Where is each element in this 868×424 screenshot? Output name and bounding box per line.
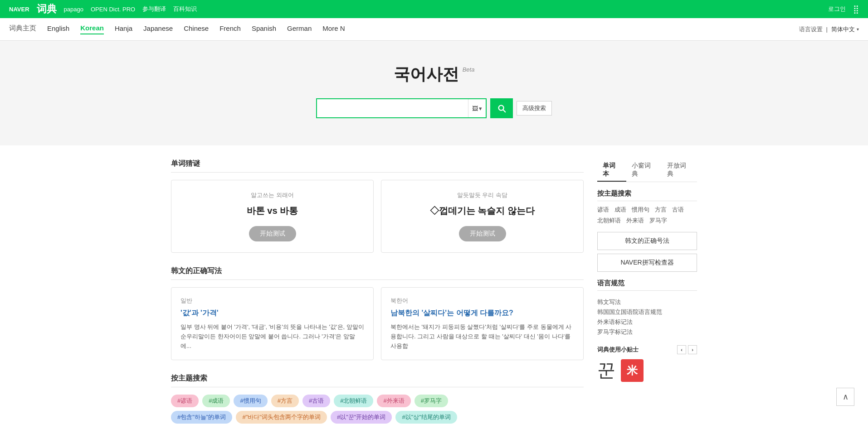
tag-sea[interactable]: #"바다"词头包含两个字的单词: [236, 411, 327, 424]
back-to-top-button[interactable]: ∧: [836, 388, 854, 406]
sidebar-nk[interactable]: 北朝鲜语: [597, 217, 621, 225]
tag-loanword[interactable]: #外来语: [377, 395, 410, 407]
naver-logo: NAVER: [9, 6, 29, 13]
tag-idiom[interactable]: #成语: [202, 395, 230, 407]
puzzle-card-1-btn[interactable]: 开始测试: [249, 226, 296, 241]
spelling-card-2-tag: 북한어: [390, 297, 574, 305]
search-row: 🖼 ▾ 高级搜索: [316, 98, 552, 118]
main-content: 单词猜谜 알고쓰는 외래어 바톤 vs 바통 开始测试 알듯말듯 우리 속담 ◇…: [162, 145, 706, 424]
sidebar-proverb[interactable]: 谚语: [597, 206, 609, 214]
sidebar-rule-4[interactable]: 罗马字标记法: [597, 328, 697, 336]
sidebar-loanword[interactable]: 外来语: [626, 217, 644, 225]
advanced-search-button[interactable]: 高级搜索: [517, 101, 552, 116]
site-title: 词典: [37, 2, 57, 16]
puzzle-card-2-btn[interactable]: 开始测试: [459, 226, 506, 241]
nav-spanish[interactable]: Spanish: [252, 24, 276, 34]
tags-row-1: #谚语 #成语 #惯用句 #方言 #古语 #北朝鲜语 #外来语 #罗马字: [171, 395, 584, 407]
sidebar-tabs: 单词本 小窗词典 开放词典: [597, 159, 697, 182]
tag-ancient[interactable]: #古语: [302, 395, 330, 407]
spelling-cards: 일반 '값'과 '가격' 일부 명사 뒤에 붙어 '가격', '대금', '비용…: [171, 287, 584, 360]
puzzle-card-2-title: ◇껍데기는 녹슬지 않는다: [430, 205, 535, 217]
lang-dropdown-arrow[interactable]: ▾: [857, 27, 859, 32]
login-button[interactable]: 로그인: [828, 5, 846, 13]
sidebar-lang-links: 韩文写法 韩国国立国语院语言规范 外来语标记法 罗马字标记法: [597, 298, 697, 336]
grid-icon[interactable]: ⣿: [853, 4, 859, 14]
spelling-card-2-text: 북한에서는 '돼지가 피둥피둥 살쪘다'처럼 '살찌다'를 주로 동물에게 사용…: [390, 323, 574, 351]
image-search-btn[interactable]: 🖼 ▾: [468, 99, 486, 117]
spelling-card-1: 일반 '값'과 '가격' 일부 명사 뒤에 붙어 '가격', '대금', '비용…: [171, 287, 374, 360]
sidebar-phrase[interactable]: 惯用句: [632, 206, 649, 214]
nav-links: 词典主页 English Korean Hanja Japanese Chine…: [9, 24, 345, 34]
image-icon: 🖼: [472, 105, 478, 112]
tag-phrase[interactable]: #惯用句: [234, 395, 267, 407]
spelling-card-1-heading[interactable]: '값'과 '가격': [180, 308, 364, 318]
puzzle-card-2-subtitle: 알듯말듯 우리 속담: [457, 191, 507, 199]
hero-title-area: 국어사전 Beta: [394, 63, 475, 86]
sidebar-ancient[interactable]: 古语: [672, 206, 684, 214]
tag-nk[interactable]: #北朝鲜语: [334, 395, 373, 407]
word-puzzle-section-title: 单词猜谜: [171, 159, 584, 173]
open-dict-link[interactable]: OPEN Dict. PRO: [91, 6, 135, 13]
nav-english[interactable]: English: [47, 24, 69, 34]
correct-spelling-btn[interactable]: 韩文的正确号法: [597, 232, 697, 250]
tag-sky[interactable]: #包含"하늘"的单词: [171, 411, 232, 424]
nav-chinese[interactable]: Chinese: [184, 24, 209, 34]
wod-word: 꾼: [597, 358, 615, 383]
tag-proverb[interactable]: #谚语: [171, 395, 199, 407]
sidebar-topic-links: 谚语 成语 惯用句 方言 古语 北朝鲜语 外来语 罗马字: [597, 206, 697, 225]
sidebar-rule-3[interactable]: 外来语标记法: [597, 318, 697, 326]
right-sidebar: 单词本 小窗词典 开放词典 按主题搜索 谚语 成语 惯用句 方言 古语 北朝鲜语…: [597, 159, 697, 424]
search-input[interactable]: [317, 99, 468, 117]
top-bar: NAVER 词典 papago OPEN Dict. PRO 参与翻译 百科知识…: [0, 0, 868, 18]
lang-settings[interactable]: 语言设置 | 简体中文 ▾: [799, 25, 859, 34]
nav-korean[interactable]: Korean: [80, 24, 104, 34]
sidebar-tab-popup[interactable]: 小窗词典: [626, 159, 662, 182]
wod-content: 꾼 米: [597, 358, 697, 383]
hero-section: 국어사전 Beta 🖼 ▾ 高级搜索: [0, 41, 868, 145]
word-puzzle-cards: 알고쓰는 외래어 바톤 vs 바통 开始测试 알듯말듯 우리 속담 ◇껍데기는 …: [171, 180, 584, 253]
tag-start[interactable]: #以"꾼"开始的单词: [331, 411, 392, 424]
topic-search-title: 按主题搜索: [171, 374, 584, 387]
tag-end[interactable]: #以"상"结尾的单词: [395, 411, 457, 424]
sidebar-rule-2[interactable]: 韩国国立国语院语言规范: [597, 308, 697, 316]
wod-next-btn[interactable]: ›: [688, 345, 697, 354]
sidebar-rule-1[interactable]: 韩文写法: [597, 298, 697, 306]
puzzle-card-1-title: 바톤 vs 바통: [247, 205, 298, 217]
nav-french[interactable]: French: [219, 24, 241, 34]
sidebar-dialect[interactable]: 方言: [655, 206, 667, 214]
nav-more[interactable]: More N: [322, 24, 345, 34]
search-submit-button[interactable]: [490, 98, 513, 118]
spelling-card-1-text: 일부 명사 뒤에 붙어 '가격', '대금', '비용'의 뜻을 나타내는 '값…: [180, 323, 364, 351]
sidebar-roman[interactable]: 罗马字: [649, 217, 667, 225]
top-bar-right: 로그인 ⣿: [828, 4, 859, 14]
tag-dialect[interactable]: #方言: [271, 395, 299, 407]
participate-link[interactable]: 参与翻译: [142, 5, 166, 13]
secondary-nav: 词典主页 English Korean Hanja Japanese Chine…: [0, 18, 868, 41]
nav-japanese[interactable]: Japanese: [143, 24, 173, 34]
nav-home[interactable]: 词典主页: [9, 24, 36, 34]
wod-prev-btn[interactable]: ‹: [677, 345, 686, 354]
wod-badge: 米: [621, 359, 644, 382]
top-bar-links: papago OPEN Dict. PRO 参与翻译 百科知识: [64, 5, 197, 13]
spelling-section-title: 韩文的正确写法: [171, 266, 584, 280]
sidebar-idiom[interactable]: 成语: [614, 206, 626, 214]
nav-hanja[interactable]: Hanja: [115, 24, 132, 34]
spelling-section: 韩文的正确写法 일반 '값'과 '가격' 일부 명사 뒤에 붙어 '가격', '…: [171, 266, 584, 360]
puzzle-card-1: 알고쓰는 외래어 바톤 vs 바통 开始测试: [171, 180, 374, 253]
sidebar-tab-wordbook[interactable]: 单词本: [597, 159, 626, 182]
sidebar-topic-title: 按主题搜索: [597, 189, 697, 201]
search-box: 🖼 ▾: [316, 98, 487, 118]
naver-spell-btn[interactable]: NAVER拼写检查器: [597, 254, 697, 272]
dropdown-arrow[interactable]: ▾: [479, 105, 482, 112]
spelling-card-1-tag: 일반: [180, 297, 364, 305]
nav-german[interactable]: German: [287, 24, 312, 34]
papago-link[interactable]: papago: [64, 6, 83, 13]
tag-roman[interactable]: #罗马字: [414, 395, 448, 407]
hero-title-text: 국어사전: [394, 63, 459, 86]
sidebar-tab-open[interactable]: 开放词典: [662, 159, 697, 182]
search-icon: [497, 103, 507, 113]
sidebar-tips-title: 词典使用小贴士 ‹ ›: [597, 345, 697, 354]
spelling-card-2-heading[interactable]: 남북한의 '살찌다'는 어떻게 다를까요?: [390, 308, 574, 318]
encyclopedia-link[interactable]: 百科知识: [173, 5, 197, 13]
top-bar-left: NAVER 词典 papago OPEN Dict. PRO 参与翻译 百科知识: [9, 2, 197, 16]
